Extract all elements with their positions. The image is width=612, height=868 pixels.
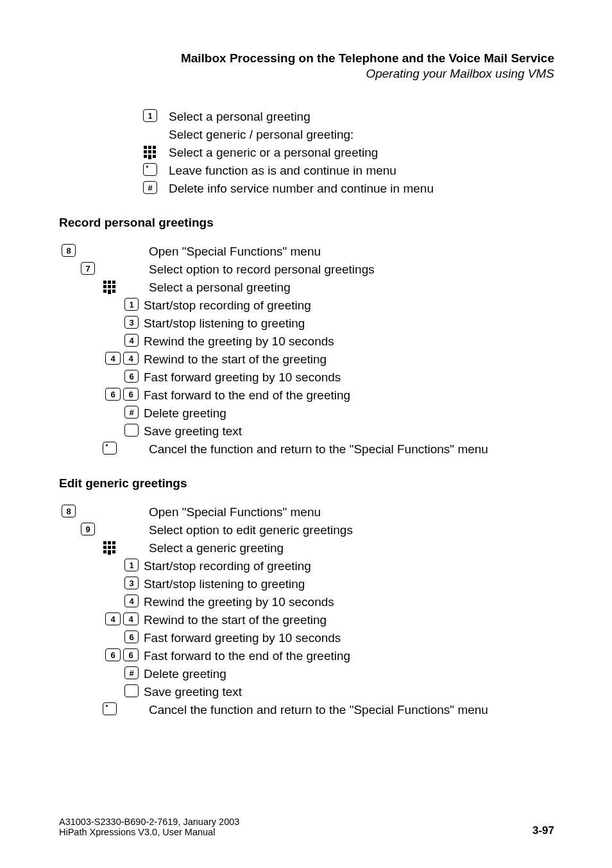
sections: Record personal greetings8Open "Special … [59,216,554,719]
svg-rect-26 [103,550,106,553]
svg-rect-7 [148,155,151,158]
key-column: 6 [122,369,139,383]
svg-rect-21 [108,541,111,544]
svg-rect-16 [103,290,106,293]
instruction-row: Leave function as is and continue in men… [59,162,554,180]
key-column: 66 [103,647,139,661]
svg-rect-17 [108,290,111,293]
instruction-row: 4Rewind the greeting by 10 seconds [59,333,554,351]
key-column [122,422,139,437]
key-4: 4 [123,612,139,625]
section-heading: Edit generic greetings [59,476,554,490]
key-column: 7 [78,261,95,275]
svg-rect-15 [112,285,115,288]
intro-section: 1Select a personal greetingSelect generi… [59,108,554,198]
svg-rect-5 [153,150,156,153]
key-column: 66 [103,386,139,401]
instruction-row: #Delete greeting [59,665,554,683]
instruction-text: Cancel the function and return to the "S… [117,701,488,719]
svg-rect-4 [148,150,151,153]
instruction-row: Select a personal greeting [59,279,554,297]
key-column [100,701,117,715]
key-7: 7 [81,262,95,275]
instruction-text: Select generic / personal greeting: [157,126,353,144]
svg-rect-1 [148,146,151,149]
instruction-row: Cancel the function and return to the "S… [59,440,554,458]
instruction-text: Fast forward greeting by 10 seconds [139,629,341,647]
key-6: 6 [123,388,139,401]
instruction-row: 4Rewind the greeting by 10 seconds [59,593,554,611]
svg-rect-29 [108,553,111,555]
key-4: 4 [124,595,139,607]
instruction-text: Select a generic or a personal greeting [157,144,378,162]
svg-rect-20 [103,541,106,544]
key-4: 4 [105,612,121,625]
key-3: 3 [124,316,139,329]
key-column [140,144,157,159]
instruction-row: Save greeting text [59,422,554,440]
key-column: # [122,665,139,679]
blank-key-icon [124,684,139,697]
key-9: 9 [81,523,95,535]
instruction-text: Fast forward to the end of the greeting [139,386,350,404]
instruction-text: Delete greeting [139,404,226,422]
instruction-text: Open "Special Functions" menu [76,243,321,261]
key-column: 9 [78,521,95,535]
key-column [140,162,157,176]
instruction-text: Select a personal greeting [157,108,310,126]
svg-rect-25 [112,546,115,549]
star-key-icon [103,702,117,715]
instruction-text: Rewind the greeting by 10 seconds [139,593,334,611]
instruction-text: Start/stop recording of greeting [139,557,311,575]
key-column: 3 [122,315,139,329]
key-4: 4 [124,334,139,347]
instruction-text: Delete info service number and continue … [157,180,434,198]
star-key-icon [143,163,157,176]
keypad-icon [143,145,157,159]
instruction-text: Select option to edit generic greetings [95,521,353,539]
instruction-row: #Delete info service number and continue… [59,180,554,198]
key-column [100,539,117,555]
instruction-text: Save greeting text [139,683,242,701]
key-column: 8 [59,503,76,517]
instruction-row: 44Rewind to the start of the greeting [59,611,554,629]
instruction-text: Start/stop recording of greeting [139,297,311,315]
svg-rect-9 [148,158,151,159]
section-heading: Record personal greetings [59,216,554,230]
instruction-row: 9Select option to edit generic greetings [59,521,554,539]
footer-left: A31003-S2330-B690-2-7619, January 2003 H… [59,817,239,837]
key-1: 1 [143,109,157,122]
instruction-row: 7Select option to record personal greeti… [59,261,554,279]
instruction-row: Select a generic greeting [59,539,554,557]
key-column: 8 [59,243,76,257]
key-3: 3 [124,577,139,589]
svg-rect-10 [103,281,106,284]
svg-rect-0 [144,146,147,149]
instruction-row: 66Fast forward to the end of the greetin… [59,386,554,404]
key-column: 1 [122,557,139,571]
key-column [122,683,139,697]
instruction-text: Start/stop listening to greeting [139,315,305,333]
key-column: 44 [103,611,139,625]
key-4: 4 [105,352,121,365]
svg-rect-2 [153,146,156,149]
keypad-icon [103,280,117,294]
instruction-text: Open "Special Functions" menu [76,503,321,521]
instruction-row: 8Open "Special Functions" menu [59,243,554,261]
svg-rect-23 [103,546,106,549]
instruction-row: 1Start/stop recording of greeting [59,297,554,315]
instruction-text: Fast forward to the end of the greeting [139,647,350,665]
instruction-text: Save greeting text [139,422,242,440]
instruction-row: 6Fast forward greeting by 10 seconds [59,629,554,647]
page-header: Mailbox Processing on the Telephone and … [59,51,554,81]
key-6: 6 [105,648,121,661]
footer-manual-name: HiPath Xpressions V3.0, User Manual [59,827,239,837]
instruction-text: Leave function as is and continue in men… [157,162,396,180]
instruction-row: 3Start/stop listening to greeting [59,575,554,593]
instruction-text: Rewind the greeting by 10 seconds [139,333,334,351]
key-column: 1 [122,297,139,311]
svg-rect-22 [112,541,115,544]
key-column: 1 [140,108,157,122]
key-6: 6 [123,648,139,661]
instruction-text: Rewind to the start of the greeting [139,351,327,369]
